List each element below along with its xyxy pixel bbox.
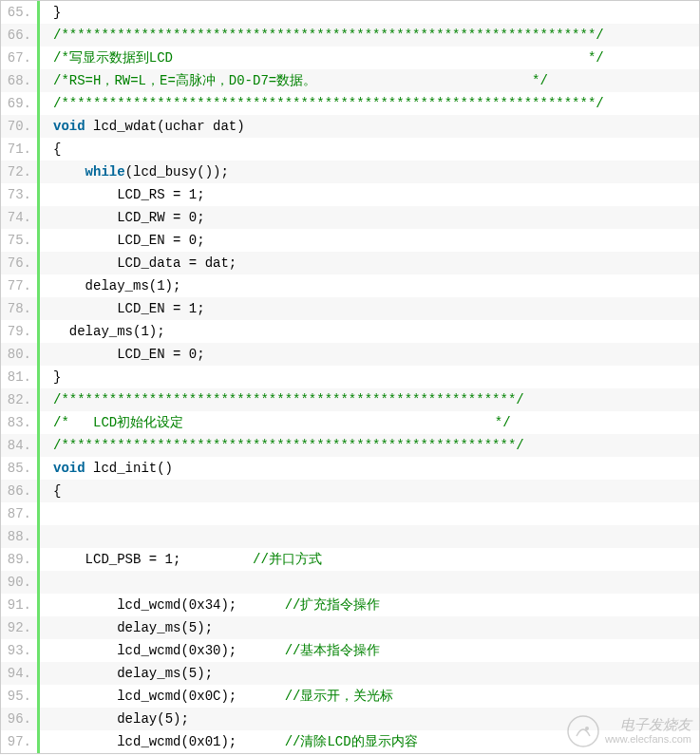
code-line: 66./************************************… [1, 24, 699, 47]
line-number: 88. [1, 525, 37, 548]
code-line: 86.{ [1, 480, 699, 502]
code-line: 84./************************************… [1, 434, 699, 457]
code-content: LCD_RS = 1; [40, 183, 205, 206]
code-content: while(lcd_busy()); [40, 161, 229, 183]
code-content: lcd_wcmd(0x30); //基本指令操作 [40, 639, 380, 662]
code-content: delay_ms(5); [40, 662, 213, 685]
code-content: { [40, 480, 61, 502]
line-number: 82. [1, 388, 37, 411]
line-number: 80. [1, 343, 37, 366]
code-line: 83./* LCD初始化设定 */ [1, 411, 699, 434]
code-block: 65.}66./********************************… [0, 0, 700, 754]
code-line: 80. LCD_EN = 0; [1, 343, 699, 366]
code-line: 96. delay(5); [1, 708, 699, 730]
code-line: 78. LCD_EN = 1; [1, 297, 699, 320]
code-line: 74. LCD_RW = 0; [1, 206, 699, 229]
code-content: lcd_wcmd(0x01); //清除LCD的显示内容 [40, 730, 418, 753]
code-content: void lcd_wdat(uchar dat) [40, 115, 245, 138]
code-line: 75. LCD_EN = 0; [1, 229, 699, 252]
code-line: 87. [1, 502, 699, 525]
code-line: 76. LCD_data = dat; [1, 252, 699, 274]
line-number: 83. [1, 411, 37, 434]
line-number: 75. [1, 229, 37, 252]
code-line: 82./************************************… [1, 388, 699, 411]
code-line: 94. delay_ms(5); [1, 662, 699, 685]
code-content: } [40, 1, 61, 24]
code-line: 91. lcd_wcmd(0x34); //扩充指令操作 [1, 594, 699, 616]
code-line: 85.void lcd_init() [1, 457, 699, 480]
line-number: 92. [1, 616, 37, 639]
line-number: 81. [1, 366, 37, 388]
code-line: 71.{ [1, 138, 699, 161]
code-content: /* LCD初始化设定 */ [40, 411, 511, 434]
line-number: 85. [1, 457, 37, 480]
code-content: /***************************************… [40, 388, 524, 411]
line-number: 95. [1, 685, 37, 708]
code-content: LCD_data = dat; [40, 252, 236, 274]
code-content: /***************************************… [40, 24, 604, 47]
code-content [40, 525, 53, 548]
line-number: 84. [1, 434, 37, 457]
line-number: 86. [1, 480, 37, 502]
code-line: 79. delay_ms(1); [1, 320, 699, 343]
code-content: /*写显示数据到LCD */ [40, 47, 604, 69]
code-line: 67./*写显示数据到LCD */ [1, 47, 699, 69]
code-content: delay(5); [40, 708, 189, 730]
line-number: 73. [1, 183, 37, 206]
code-line: 68./*RS=H，RW=L，E=高脉冲，D0-D7=数据。 */ [1, 69, 699, 92]
code-line: 70.void lcd_wdat(uchar dat) [1, 115, 699, 138]
code-content: /***************************************… [40, 92, 604, 115]
code-content: void lcd_init() [40, 457, 173, 480]
code-content [40, 571, 53, 594]
code-content: LCD_EN = 0; [40, 343, 205, 366]
line-number: 74. [1, 206, 37, 229]
code-content: /*RS=H，RW=L，E=高脉冲，D0-D7=数据。 */ [40, 69, 548, 92]
code-line: 77. delay_ms(1); [1, 274, 699, 297]
code-line: 95. lcd_wcmd(0x0C); //显示开，关光标 [1, 685, 699, 708]
line-number: 91. [1, 594, 37, 616]
code-content: LCD_PSB = 1; //并口方式 [40, 548, 322, 571]
line-number: 70. [1, 115, 37, 138]
line-number: 72. [1, 161, 37, 183]
code-line: 97. lcd_wcmd(0x01); //清除LCD的显示内容 [1, 730, 699, 753]
code-content: lcd_wcmd(0x0C); //显示开，关光标 [40, 685, 393, 708]
code-line: 73. LCD_RS = 1; [1, 183, 699, 206]
line-number: 66. [1, 24, 37, 47]
code-line: 72. while(lcd_busy()); [1, 161, 699, 183]
code-line: 65.} [1, 1, 699, 24]
line-number: 69. [1, 92, 37, 115]
line-number: 71. [1, 138, 37, 161]
code-line: 89. LCD_PSB = 1; //并口方式 [1, 548, 699, 571]
line-number: 68. [1, 69, 37, 92]
code-line: 88. [1, 525, 699, 548]
line-number: 78. [1, 297, 37, 320]
code-line: 81.} [1, 366, 699, 388]
line-number: 96. [1, 708, 37, 730]
code-content [40, 502, 53, 525]
line-number: 76. [1, 252, 37, 274]
code-content: lcd_wcmd(0x34); //扩充指令操作 [40, 594, 380, 616]
code-content: delay_ms(1); [40, 320, 165, 343]
line-number: 97. [1, 730, 37, 753]
code-content: } [40, 366, 61, 388]
code-content: LCD_RW = 0; [40, 206, 205, 229]
code-content: /***************************************… [40, 434, 524, 457]
line-number: 77. [1, 274, 37, 297]
code-line: 92. delay_ms(5); [1, 616, 699, 639]
code-content: delay_ms(1); [40, 274, 180, 297]
line-number: 79. [1, 320, 37, 343]
code-content: LCD_EN = 1; [40, 297, 205, 320]
line-number: 89. [1, 548, 37, 571]
code-line: 93. lcd_wcmd(0x30); //基本指令操作 [1, 639, 699, 662]
code-line: 69./************************************… [1, 92, 699, 115]
code-content: LCD_EN = 0; [40, 229, 205, 252]
code-content: { [40, 138, 61, 161]
line-number: 67. [1, 47, 37, 69]
line-number: 65. [1, 1, 37, 24]
code-content: delay_ms(5); [40, 616, 213, 639]
line-number: 90. [1, 571, 37, 594]
line-number: 93. [1, 639, 37, 662]
line-number: 87. [1, 502, 37, 525]
code-line: 90. [1, 571, 699, 594]
line-number: 94. [1, 662, 37, 685]
